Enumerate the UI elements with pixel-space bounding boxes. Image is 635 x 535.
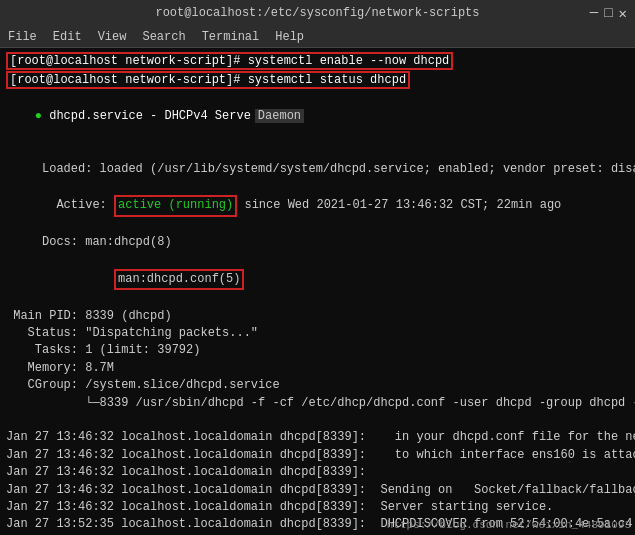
- maximize-button[interactable]: □: [604, 5, 612, 21]
- menu-terminal[interactable]: Terminal: [202, 30, 260, 44]
- menu-file[interactable]: File: [8, 30, 37, 44]
- mainpid-line: Main PID: 8339 (dhcpd): [6, 308, 629, 325]
- log-line-3: Jan 27 13:46:32 localhost.localdomain dh…: [6, 464, 629, 481]
- active-line: Active: active (running) since Wed 2021-…: [6, 178, 629, 234]
- conf-highlight-box: man:dhcpd.conf(5): [114, 269, 244, 290]
- terminal-line: [root@localhost network-script]# systemc…: [6, 71, 629, 89]
- blank-line: [6, 412, 629, 429]
- log-line-2: Jan 27 13:46:32 localhost.localdomain dh…: [6, 447, 629, 464]
- service-header-line: ● dhcpd.service - DHCPv4 ServeDaemon: [6, 91, 629, 143]
- window-title: root@localhost:/etc/sysconfig/network-sc…: [155, 6, 479, 20]
- menu-view[interactable]: View: [98, 30, 127, 44]
- docs-line: Docs: man:dhcpd(8): [6, 234, 629, 251]
- menu-bar: File Edit View Search Terminal Help: [0, 26, 635, 48]
- title-bar: root@localhost:/etc/sysconfig/network-sc…: [0, 0, 635, 26]
- cgroup-detail-line: └─8339 /usr/sbin/dhcpd -f -cf /etc/dhcp/…: [6, 395, 629, 412]
- minimize-button[interactable]: ─: [590, 5, 598, 21]
- menu-search[interactable]: Search: [142, 30, 185, 44]
- status-line: Status: "Dispatching packets...": [6, 325, 629, 342]
- memory-line: Memory: 8.7M: [6, 360, 629, 377]
- menu-edit[interactable]: Edit: [53, 30, 82, 44]
- menu-help[interactable]: Help: [275, 30, 304, 44]
- watermark: https://blog.csdn.net/weixin_44891093: [387, 519, 631, 531]
- log-line-4: Jan 27 13:46:32 localhost.localdomain dh…: [6, 482, 629, 499]
- window-controls[interactable]: ─ □ ✕: [590, 5, 627, 22]
- docs-conf-line: man:dhcpd.conf(5): [6, 252, 629, 308]
- log-line-1: Jan 27 13:46:32 localhost.localdomain dh…: [6, 429, 629, 446]
- cgroup-line: CGroup: /system.slice/dhcpd.service: [6, 377, 629, 394]
- active-status-box: active (running): [114, 195, 237, 216]
- close-button[interactable]: ✕: [619, 5, 627, 22]
- loaded-line: Loaded: loaded (/usr/lib/systemd/system/…: [6, 143, 629, 178]
- log-line-5: Jan 27 13:46:32 localhost.localdomain dh…: [6, 499, 629, 516]
- terminal-line: [root@localhost network-script]# systemc…: [6, 52, 629, 70]
- tasks-line: Tasks: 1 (limit: 39792): [6, 342, 629, 359]
- cmd-highlight-box: [root@localhost network-script]# systemc…: [6, 52, 453, 70]
- terminal-body: [root@localhost network-script]# systemc…: [0, 48, 635, 535]
- cmd-highlight-box2: [root@localhost network-script]# systemc…: [6, 71, 410, 89]
